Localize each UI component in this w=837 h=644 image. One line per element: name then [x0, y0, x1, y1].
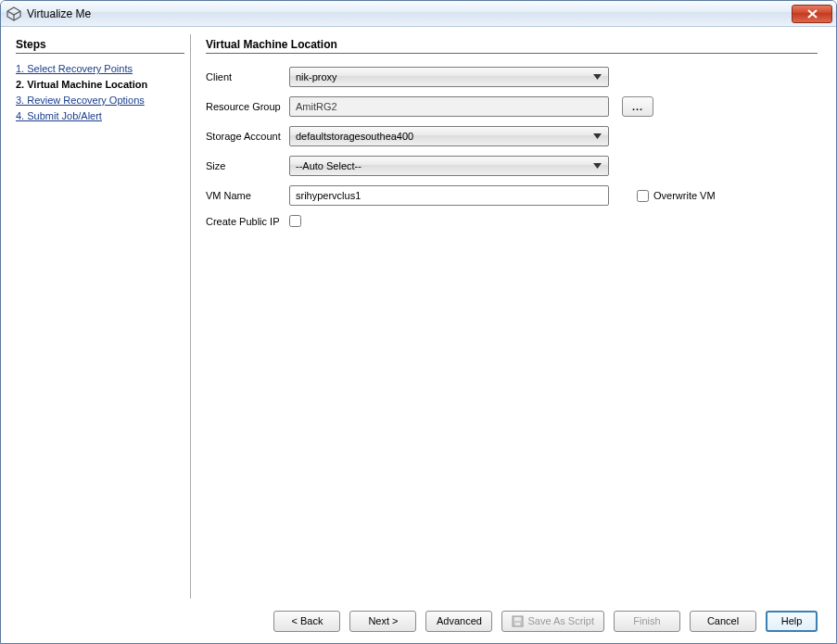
steps-heading: Steps — [16, 38, 184, 51]
back-button[interactable]: < Back — [273, 611, 340, 632]
label-storage-account: Storage Account — [206, 131, 289, 142]
row-size: Size --Auto Select-- — [206, 156, 818, 176]
overwrite-vm-checkbox[interactable]: Overwrite VM — [637, 190, 716, 202]
svg-rect-8 — [514, 617, 521, 621]
main-rule — [206, 53, 818, 54]
overwrite-vm-label: Overwrite VM — [653, 190, 716, 201]
overwrite-vm-input[interactable] — [637, 190, 649, 202]
step-review-recovery-options[interactable]: 3. Review Recovery Options — [16, 95, 184, 106]
label-size: Size — [206, 160, 289, 171]
cancel-button[interactable]: Cancel — [690, 611, 756, 632]
create-public-ip-checkbox[interactable] — [289, 215, 301, 227]
resource-group-field[interactable] — [289, 96, 609, 117]
main-panel: Virtual Machine Location Client nik-prox… — [191, 34, 827, 599]
finish-button: Finish — [614, 611, 680, 632]
create-public-ip-input[interactable] — [289, 215, 301, 227]
app-icon — [6, 6, 21, 21]
label-resource-group: Resource Group — [206, 101, 289, 112]
page-title: Virtual Machine Location — [206, 38, 818, 51]
save-as-script-label: Save As Script — [527, 615, 594, 626]
client-dropdown[interactable]: nik-proxy — [289, 67, 609, 87]
label-vm-name: VM Name — [206, 190, 289, 201]
chevron-down-icon — [590, 129, 605, 145]
ellipsis-label: ... — [632, 101, 643, 112]
row-create-public-ip: Create Public IP — [206, 215, 818, 227]
chevron-down-icon — [590, 158, 605, 174]
step-virtual-machine-location: 2. Virtual Machine Location — [16, 79, 184, 90]
window-title: Virtualize Me — [27, 7, 91, 20]
client-value: nik-proxy — [296, 71, 590, 82]
sidebar-rule — [16, 53, 184, 54]
row-resource-group: Resource Group ... — [206, 96, 818, 117]
next-button[interactable]: Next > — [349, 611, 416, 632]
label-client: Client — [206, 71, 289, 82]
svg-marker-6 — [593, 163, 602, 169]
svg-rect-9 — [515, 623, 520, 625]
size-value: --Auto Select-- — [296, 160, 590, 171]
close-button[interactable] — [792, 5, 832, 23]
wizard-footer: < Back Next > Advanced Save As Script Fi… — [1, 599, 836, 643]
save-as-script-button: Save As Script — [501, 611, 604, 632]
row-vm-name: VM Name Overwrite VM — [206, 185, 818, 206]
close-icon — [807, 9, 818, 19]
row-client: Client nik-proxy — [206, 67, 818, 87]
label-create-public-ip: Create Public IP — [206, 216, 289, 227]
step-select-recovery-points[interactable]: 1. Select Recovery Points — [16, 63, 184, 74]
steps-sidebar: Steps 1. Select Recovery Points 2. Virtu… — [10, 34, 191, 599]
wizard-body: Steps 1. Select Recovery Points 2. Virtu… — [1, 27, 836, 599]
storage-account-value: defaultstoragesouthea400 — [296, 131, 590, 142]
svg-marker-4 — [593, 74, 602, 80]
vm-name-field[interactable] — [289, 185, 609, 206]
resource-group-browse-button[interactable]: ... — [622, 96, 653, 117]
titlebar: Virtualize Me — [1, 1, 836, 27]
advanced-button[interactable]: Advanced — [425, 611, 492, 632]
svg-marker-5 — [593, 133, 602, 139]
storage-account-dropdown[interactable]: defaultstoragesouthea400 — [289, 126, 609, 146]
step-submit-job-alert[interactable]: 4. Submit Job/Alert — [16, 110, 184, 121]
row-storage-account: Storage Account defaultstoragesouthea400 — [206, 126, 818, 146]
save-icon — [512, 615, 524, 627]
help-button[interactable]: Help — [766, 611, 818, 632]
size-dropdown[interactable]: --Auto Select-- — [289, 156, 609, 176]
chevron-down-icon — [590, 69, 605, 85]
